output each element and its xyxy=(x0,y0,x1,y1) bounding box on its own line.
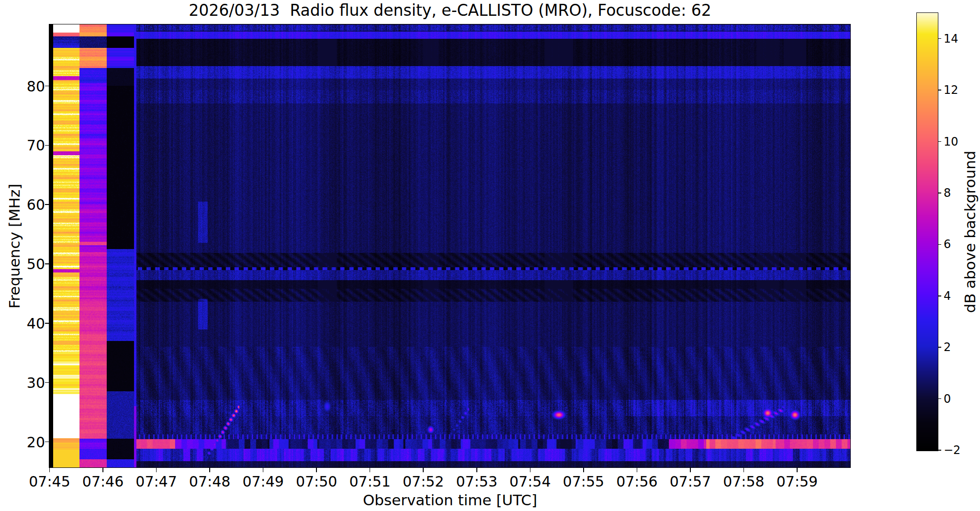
x-tick-mark xyxy=(743,468,744,472)
x-tick-label: 07:57 xyxy=(670,473,711,490)
y-tick-label: 50 xyxy=(0,256,45,273)
x-tick-mark xyxy=(156,468,157,472)
colorbar-tick-mark xyxy=(938,90,941,91)
x-tick-label: 07:59 xyxy=(777,473,818,490)
y-tick-mark xyxy=(45,204,49,205)
x-tick-label: 07:46 xyxy=(82,473,124,490)
x-tick-mark xyxy=(49,468,50,472)
colorbar-tick-label: 12 xyxy=(944,83,958,97)
x-axis-label: Observation time [UTC] xyxy=(49,491,851,509)
spectrogram-figure: 2026/03/13 Radio flux density, e-CALLIST… xyxy=(0,0,980,511)
y-tick-mark xyxy=(45,323,49,324)
x-tick-label: 07:51 xyxy=(349,473,390,490)
x-tick-label: 07:58 xyxy=(723,473,764,490)
colorbar-tick-mark xyxy=(938,38,941,39)
y-tick-mark xyxy=(45,145,49,146)
colorbar-tick-mark xyxy=(938,141,941,142)
colorbar-tick-mark xyxy=(938,398,941,399)
x-tick-label: 07:52 xyxy=(403,473,444,490)
colorbar-tick-label: 6 xyxy=(944,238,951,251)
y-tick-label: 20 xyxy=(0,433,45,450)
colorbar-tick-label: 4 xyxy=(944,289,951,303)
y-tick-mark xyxy=(45,382,49,383)
x-tick-label: 07:54 xyxy=(509,473,551,490)
x-tick-mark xyxy=(476,468,477,472)
y-tick-label: 30 xyxy=(0,374,45,391)
x-tick-label: 07:53 xyxy=(456,473,497,490)
colorbar-tick-label: 10 xyxy=(944,135,958,148)
y-tick-mark xyxy=(45,442,49,443)
y-tick-mark xyxy=(45,86,49,87)
spectrogram-canvas xyxy=(49,24,850,467)
x-tick-mark xyxy=(423,468,424,472)
colorbar-tick-mark xyxy=(938,450,941,451)
x-tick-label: 07:48 xyxy=(189,473,230,490)
x-tick-label: 07:50 xyxy=(296,473,337,490)
x-tick-mark xyxy=(583,468,584,472)
x-tick-label: 07:55 xyxy=(563,473,604,490)
y-tick-label: 70 xyxy=(0,137,45,154)
x-tick-mark xyxy=(263,468,264,472)
x-tick-mark xyxy=(530,468,531,472)
x-tick-label: 07:56 xyxy=(616,473,657,490)
colorbar-tick-mark xyxy=(938,244,941,245)
y-tick-label: 40 xyxy=(0,315,45,331)
x-tick-mark xyxy=(316,468,317,472)
x-tick-label: 07:47 xyxy=(135,473,177,490)
x-tick-mark xyxy=(690,468,691,472)
colorbar-tick-label: 8 xyxy=(944,186,951,200)
x-tick-label: 07:45 xyxy=(29,473,70,490)
x-tick-mark xyxy=(209,468,210,472)
plot-area xyxy=(49,24,851,468)
colorbar-label: dB above background xyxy=(961,150,979,313)
y-tick-label: 80 xyxy=(0,78,45,94)
colorbar xyxy=(916,12,938,451)
colorbar-tick-label: 14 xyxy=(944,32,958,45)
x-tick-mark xyxy=(102,468,103,472)
colorbar-tick-label: −2 xyxy=(944,443,960,457)
x-tick-mark xyxy=(370,468,371,472)
colorbar-tick-mark xyxy=(938,295,941,296)
colorbar-canvas xyxy=(917,13,938,451)
x-tick-mark xyxy=(637,468,638,472)
y-tick-mark xyxy=(45,263,49,264)
y-tick-label: 60 xyxy=(0,196,45,213)
colorbar-tick-label: 2 xyxy=(944,341,951,354)
x-tick-mark xyxy=(797,468,798,472)
colorbar-tick-label: 0 xyxy=(944,392,951,406)
colorbar-tick-mark xyxy=(938,193,941,193)
colorbar-tick-mark xyxy=(938,347,941,348)
chart-title: 2026/03/13 Radio flux density, e-CALLIST… xyxy=(49,1,851,20)
x-tick-label: 07:49 xyxy=(242,473,283,490)
